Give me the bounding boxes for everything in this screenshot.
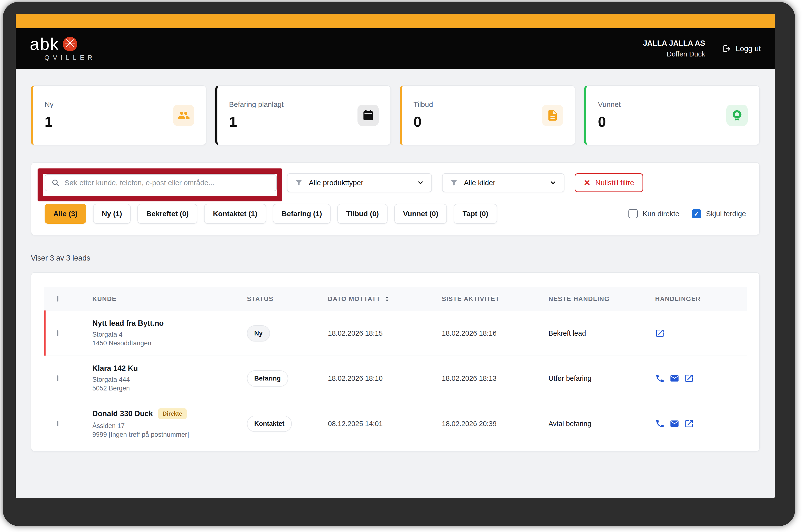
- open-lead-icon[interactable]: [684, 374, 694, 383]
- stat-cards-row: Ny 1 Befaring planlagt 1: [31, 85, 760, 145]
- tab-tilbud[interactable]: Tilbud (0): [337, 204, 387, 224]
- stat-value: 1: [229, 114, 283, 130]
- results-summary: Viser 3 av 3 leads: [31, 254, 760, 262]
- filter-funnel-icon: [295, 178, 303, 187]
- customer-address: Åssiden 17 9999 [Ingen treff på postnumm…: [92, 422, 247, 439]
- document-icon: [542, 105, 563, 126]
- checkbox-icon: ✓: [629, 209, 638, 218]
- customer-address: Storgata 4 1450 Nesoddtangen: [92, 330, 247, 348]
- source-value: Alle kilder: [464, 178, 495, 187]
- screenshot-canvas: abk ✳ QVILLER JALLA JALLA AS Doffen Duck…: [0, 0, 809, 532]
- column-header-handlinger: HANDLINGER: [655, 295, 747, 303]
- checkbox-label: Kun direkte: [642, 210, 679, 218]
- last-activity-date: 18.02.2026 20:39: [442, 420, 549, 428]
- top-accent-bar: [16, 14, 775, 28]
- customer-name: Nytt lead fra Bytt.no: [92, 319, 164, 328]
- filter-panel: Alle produkttyper Alle kilder ✕ Nullstil…: [31, 162, 760, 235]
- select-all-checkbox[interactable]: [57, 296, 58, 302]
- open-lead-icon[interactable]: [684, 419, 694, 429]
- phone-icon[interactable]: [655, 419, 665, 429]
- tab-bekreftet[interactable]: Bekreftet (0): [137, 204, 197, 224]
- column-header-kunde: KUNDE: [92, 295, 247, 303]
- reset-filters-label: Nullstill filtre: [596, 178, 634, 187]
- logout-button[interactable]: Logg ut: [722, 44, 761, 53]
- table-row[interactable]: Klara 142 Ku Storgata 444 5052 Bergen Be…: [44, 356, 747, 401]
- column-header-status: STATUS: [247, 295, 328, 303]
- status-badge: Kontaktet: [247, 416, 292, 432]
- user-name: Doffen Duck: [643, 50, 705, 58]
- checkbox-skjul-ferdige[interactable]: ✓ Skjul ferdige: [692, 209, 746, 218]
- direkte-badge: Direkte: [158, 408, 187, 419]
- stat-label: Befaring planlagt: [229, 100, 283, 108]
- company-name: JALLA JALLA AS: [643, 39, 705, 48]
- table-row[interactable]: Donald 330 Duck Direkte Åssiden 17 9999 …: [44, 401, 747, 446]
- status-badge: Befaring: [247, 370, 288, 387]
- tab-vunnet[interactable]: Vunnet (0): [394, 204, 447, 224]
- next-action: Bekreft lead: [549, 329, 655, 337]
- account-info: JALLA JALLA AS Doffen Duck: [643, 39, 705, 58]
- sort-icon[interactable]: [383, 295, 391, 303]
- last-activity-date: 18.02.2026 18:16: [442, 329, 549, 337]
- open-lead-icon[interactable]: [655, 328, 665, 338]
- product-type-value: Alle produkttyper: [309, 178, 363, 187]
- logout-label: Logg ut: [736, 44, 761, 53]
- phone-icon[interactable]: [655, 374, 665, 383]
- table-header-row: KUNDE STATUS DATO MOTTATT SISTE AKTIVITE…: [44, 287, 747, 311]
- table-row[interactable]: Nytt lead fra Bytt.no Storgata 4 1450 Ne…: [44, 311, 747, 356]
- received-date: 08.12.2025 14:01: [328, 420, 442, 428]
- stat-label: Vunnet: [598, 100, 621, 108]
- tab-befaring[interactable]: Befaring (1): [273, 204, 331, 224]
- tab-kontaktet[interactable]: Kontaktet (1): [204, 204, 266, 224]
- logout-icon: [722, 44, 731, 53]
- stat-card-befaring[interactable]: Befaring planlagt 1: [215, 85, 391, 145]
- received-date: 18.02.2026 18:15: [328, 329, 442, 337]
- calendar-icon: [358, 105, 379, 126]
- row-checkbox[interactable]: [57, 375, 58, 381]
- column-header-siste-aktivitet: SISTE AKTIVITET: [442, 295, 549, 303]
- checkbox-kun-direkte[interactable]: ✓ Kun direkte: [629, 209, 679, 218]
- row-checkbox[interactable]: [57, 330, 58, 336]
- checkbox-icon: ✓: [692, 209, 701, 218]
- search-icon: [51, 178, 59, 187]
- column-header-neste-handling: NESTE HANDLING: [549, 295, 655, 303]
- next-action: Utfør befaring: [549, 375, 655, 382]
- brand-logo: abk ✳ QVILLER: [30, 36, 96, 62]
- customer-address: Storgata 444 5052 Bergen: [92, 375, 247, 393]
- stat-label: Tilbud: [413, 100, 433, 108]
- product-type-select[interactable]: Alle produkttyper: [287, 173, 432, 192]
- stat-card-vunnet[interactable]: Vunnet 0: [584, 85, 760, 145]
- chevron-down-icon: [549, 179, 557, 186]
- reset-filters-button[interactable]: ✕ Nullstill filtre: [575, 173, 643, 192]
- email-icon[interactable]: [670, 374, 679, 383]
- row-checkbox[interactable]: [57, 421, 58, 426]
- brand-subtitle: QVILLER: [44, 54, 96, 62]
- customer-name: Klara 142 Ku: [92, 364, 138, 373]
- stat-value: 1: [45, 114, 54, 130]
- email-icon[interactable]: [670, 419, 679, 429]
- source-select[interactable]: Alle kilder: [442, 173, 565, 192]
- users-icon: [173, 105, 194, 126]
- customer-name: Donald 330 Duck: [92, 409, 153, 418]
- stat-card-tilbud[interactable]: Tilbud 0: [400, 85, 575, 145]
- stat-value: 0: [598, 114, 621, 130]
- received-date: 18.02.2026 18:10: [328, 375, 442, 382]
- column-header-dato[interactable]: DATO MOTTATT: [328, 295, 442, 303]
- filter-funnel-icon: [450, 178, 458, 187]
- stat-value: 0: [413, 114, 433, 130]
- page-content: Ny 1 Befaring planlagt 1: [16, 69, 775, 451]
- tab-ny[interactable]: Ny (1): [93, 204, 131, 224]
- checkbox-label: Skjul ferdige: [706, 210, 746, 218]
- stat-card-ny[interactable]: Ny 1: [31, 85, 206, 145]
- stat-label: Ny: [45, 100, 54, 108]
- award-icon: [726, 105, 748, 126]
- search-input[interactable]: [65, 178, 270, 187]
- brand-name: abk: [30, 36, 59, 53]
- window-frame: abk ✳ QVILLER JALLA JALLA AS Doffen Duck…: [3, 2, 795, 526]
- app-window: abk ✳ QVILLER JALLA JALLA AS Doffen Duck…: [16, 14, 775, 498]
- status-badge: Ny: [247, 325, 270, 342]
- tab-alle[interactable]: Alle (3): [45, 204, 86, 224]
- app-header: abk ✳ QVILLER JALLA JALLA AS Doffen Duck…: [16, 28, 775, 69]
- tab-tapt[interactable]: Tapt (0): [454, 204, 497, 224]
- last-activity-date: 18.02.2026 18:13: [442, 375, 549, 382]
- next-action: Avtal befaring: [549, 420, 655, 428]
